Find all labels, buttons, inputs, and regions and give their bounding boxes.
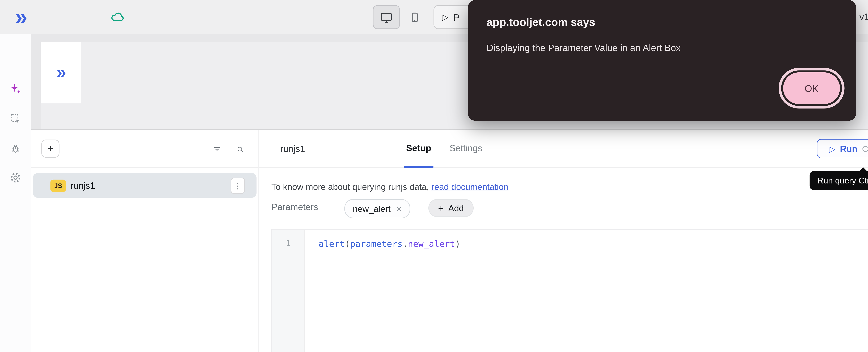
query-menu-button[interactable]: ⋮: [231, 178, 245, 194]
add-query-button[interactable]: +: [41, 139, 59, 158]
tooltip-text: Run query Ctrl+Enter: [817, 175, 868, 185]
inspector-icon: [10, 113, 21, 125]
code-token: new_alert: [408, 238, 455, 249]
play-icon: ▷: [829, 144, 835, 154]
tooljet-logo[interactable]: »: [6, 1, 35, 32]
query-name: runjs1: [70, 180, 95, 191]
query-list-item[interactable]: JS runjs1 ⋮: [33, 173, 256, 197]
plus-icon: +: [438, 203, 444, 213]
plus-icon: +: [47, 143, 54, 154]
code-editor[interactable]: 1 alert(parameters.new_alert): [271, 229, 868, 352]
help-text: To know more about querying runjs data, …: [271, 182, 508, 192]
ai-button[interactable]: [5, 79, 26, 99]
run-shortcut: Ctrl+Enter: [862, 144, 868, 154]
code-token: (: [345, 238, 350, 249]
logo-image-widget[interactable]: »: [41, 42, 81, 103]
code-gutter: 1: [272, 230, 305, 352]
query-list-header: +: [31, 130, 258, 168]
mobile-layout-button[interactable]: [401, 5, 428, 29]
ai-sparkle-icon: [9, 83, 22, 95]
play-icon: ▷: [442, 12, 448, 22]
code-line[interactable]: alert(parameters.new_alert): [318, 238, 460, 249]
tooljet-app-builder: » ▷ P v1 Development: [0, 0, 868, 352]
filter-queries-button[interactable]: [209, 141, 225, 157]
run-query-tooltip: Run query Ctrl+Enter: [810, 171, 868, 190]
left-sidebar: [0, 34, 32, 352]
query-editor-header: runjs1 Setup Settings ▷ Run Ctrl+Enter P…: [258, 130, 868, 168]
alert-title: app.tooljet.com says: [487, 16, 595, 29]
monitor-icon: [380, 10, 393, 24]
code-token: alert: [318, 238, 345, 249]
parameter-name: new_alert: [353, 204, 391, 214]
code-token: ): [455, 238, 460, 249]
debugger-button[interactable]: [5, 138, 26, 159]
search-queries-button[interactable]: [232, 141, 248, 157]
code-token: .: [403, 238, 408, 249]
alert-message: Displaying the Parameter Value in an Ale…: [487, 43, 681, 53]
active-tab-underline: [404, 166, 433, 168]
alert-ok-button[interactable]: OK: [783, 72, 840, 104]
settings-button[interactable]: [5, 167, 26, 188]
filter-icon: [213, 143, 221, 156]
help-text-body: To know more about querying runjs data,: [271, 182, 431, 192]
line-number: 1: [272, 230, 304, 248]
debugger-bug-icon: [10, 143, 21, 155]
add-parameter-label: Add: [448, 203, 464, 213]
inspector-button[interactable]: [5, 108, 26, 129]
layout-toggle: [373, 5, 429, 29]
query-title: runjs1: [280, 130, 305, 167]
settings-gear-icon: [9, 171, 22, 184]
tooljet-logo-glyph: »: [57, 63, 65, 83]
tab-setup[interactable]: Setup: [404, 130, 433, 167]
app-preview-label: P: [454, 12, 460, 22]
tooltip-caret: [859, 167, 868, 172]
mobile-icon: [409, 11, 421, 23]
search-icon: [237, 143, 244, 155]
parameters-label: Parameters: [271, 201, 318, 212]
query-editor: runjs1 Setup Settings ▷ Run Ctrl+Enter P…: [258, 130, 868, 352]
add-parameter-button[interactable]: + Add: [429, 199, 473, 217]
query-panel: + JS runjs1 ⋮ runjs1 Setup Settings: [31, 129, 868, 352]
desktop-layout-button[interactable]: [373, 5, 400, 29]
remove-parameter-icon[interactable]: ×: [397, 204, 402, 213]
version-label[interactable]: v1: [859, 0, 868, 34]
query-list: + JS runjs1 ⋮: [31, 130, 259, 352]
code-token: parameters: [350, 238, 403, 249]
js-badge: JS: [50, 179, 66, 192]
run-query-button[interactable]: ▷ Run Ctrl+Enter: [817, 139, 868, 158]
parameter-chip[interactable]: new_alert ×: [344, 199, 410, 218]
browser-alert-dialog: app.tooljet.com says Displaying the Para…: [468, 0, 856, 121]
cloud-sync-icon: [110, 10, 125, 28]
run-label: Run: [840, 143, 858, 154]
tooljet-logo-glyph: »: [15, 6, 26, 28]
read-documentation-link[interactable]: read documentation: [431, 182, 508, 192]
tab-settings[interactable]: Settings: [446, 130, 486, 167]
